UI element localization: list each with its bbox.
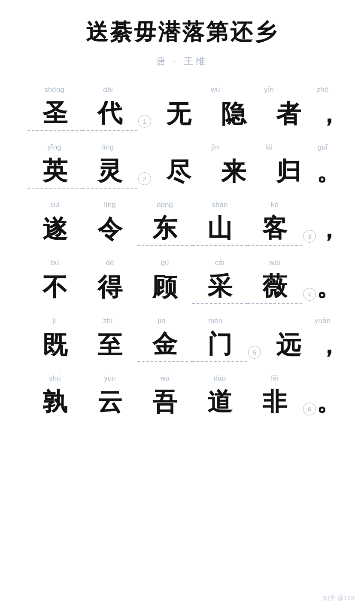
pinyin-cell: yún: [82, 374, 137, 383]
pinyin-cell: lìng: [82, 201, 137, 209]
char-cell: 来: [206, 155, 261, 189]
char-cell: 非: [247, 385, 302, 419]
pinyin-cell: mén: [188, 317, 242, 325]
pinyin-cell: yīng: [27, 143, 81, 152]
punct: ，: [316, 329, 342, 362]
pinyin-cell: jì: [27, 317, 81, 325]
subtitle: 唐 · 王维: [156, 55, 208, 68]
punct: ，: [316, 98, 342, 131]
char-cell: 遂: [27, 213, 82, 246]
pinyin-cell: dé: [82, 259, 137, 267]
pinyin-cell: guī: [296, 143, 349, 152]
char-cell: 隐: [206, 98, 261, 131]
punct: ，: [316, 213, 342, 246]
pinyin-cell: zhě: [296, 85, 349, 94]
pinyin-cell: fēi: [247, 374, 302, 383]
pinyin-cell: gù: [137, 259, 192, 267]
char-cell: 云: [82, 385, 137, 419]
pinyin-cell: shèng: [27, 85, 81, 94]
main-title: 送綦毋潜落第还乡: [86, 17, 278, 47]
pinyin-cell: zhì: [81, 317, 135, 325]
pinyin-cell: bù: [27, 259, 82, 267]
pinyin-row-2: yīnglíngjìnláiguī: [15, 143, 349, 152]
punct: 。: [316, 385, 342, 419]
char-cell: 圣: [27, 97, 82, 131]
char-cell: 者: [261, 98, 316, 131]
pinyin-cell: shú: [27, 374, 82, 383]
watermark: 知乎 @123: [323, 594, 355, 602]
char-cell: 灵: [82, 154, 137, 189]
char-row-2: 英灵2尽来归。: [15, 154, 342, 189]
char-cell: 英: [27, 154, 82, 189]
char-cell: 得: [82, 271, 137, 304]
char-cell: 至: [82, 329, 137, 362]
char-cell: 吾: [137, 385, 192, 419]
pinyin-cell: yǐn: [242, 85, 296, 94]
char-row-1: 圣代1无隐者，: [15, 97, 342, 131]
char-cell: 道: [192, 385, 247, 419]
line-group-2: yīnglíngjìnláiguī英灵2尽来归。: [15, 143, 349, 189]
poem-body: shèngdàiwúyǐnzhě圣代1无隐者，yīnglíngjìnláiguī…: [15, 85, 349, 431]
pinyin-cell: dài: [81, 85, 135, 94]
char-cell: 山: [192, 212, 247, 246]
pinyin-cell: jīn: [135, 317, 188, 325]
pinyin-cell: shān: [192, 201, 247, 209]
char-row-3: 遂令东山客3，: [15, 212, 342, 246]
char-cell: 归: [261, 155, 316, 189]
char-cell: 采: [192, 270, 247, 304]
pinyin-row-6: shúyúnwúdàofēi: [15, 374, 349, 383]
pinyin-cell: cǎi: [192, 258, 247, 267]
note-circle-6: 6: [303, 403, 316, 415]
pinyin-cell: yuǎn: [296, 316, 349, 325]
char-cell: 金: [137, 328, 192, 362]
punct: 。: [316, 271, 342, 304]
pinyin-cell: wēi: [247, 259, 302, 267]
line-group-3: suìlìngdōngshānkè遂令东山客3，: [15, 201, 349, 246]
line-group-6: shúyúnwúdàofēi孰云吾道非6。: [15, 374, 349, 419]
char-cell: 门: [192, 328, 247, 362]
pinyin-row-5: jìzhìjīnményuǎn: [15, 316, 349, 325]
char-cell: 顾: [137, 271, 192, 304]
line-group-5: jìzhìjīnményuǎn既至金门5远，: [15, 316, 349, 362]
pinyin-cell: wú: [137, 374, 192, 383]
char-cell: 无: [151, 98, 206, 131]
char-cell: 远: [261, 329, 316, 362]
pinyin-cell: wú: [188, 85, 242, 94]
char-row-4: 不得顾采薇4。: [15, 270, 342, 304]
note-circle-4: 4: [303, 288, 316, 301]
note-circle-5: 5: [248, 346, 261, 359]
note-circle-3: 3: [303, 230, 316, 243]
pinyin-cell: suì: [27, 201, 82, 209]
pinyin-cell: kè: [247, 201, 302, 209]
char-cell: 不: [27, 271, 82, 304]
char-cell: 尽: [151, 155, 206, 189]
char-cell: 薇: [247, 270, 302, 304]
pinyin-cell: líng: [81, 143, 135, 152]
line-group-4: bùdégùcǎiwēi不得顾采薇4。: [15, 258, 349, 304]
punct: 。: [316, 155, 342, 189]
pinyin-cell: dōng: [137, 201, 192, 209]
pinyin-row-1: shèngdàiwúyǐnzhě: [15, 85, 349, 94]
char-row-5: 既至金门5远，: [15, 328, 342, 362]
char-cell: 客: [247, 212, 302, 246]
pinyin-row-3: suìlìngdōngshānkè: [15, 201, 349, 209]
char-cell: 代: [82, 97, 137, 131]
pinyin-cell: lái: [242, 143, 296, 152]
note-circle-1: 1: [138, 115, 151, 128]
line-group-1: shèngdàiwúyǐnzhě圣代1无隐者，: [15, 85, 349, 131]
char-cell: 东: [137, 212, 192, 246]
pinyin-cell: dào: [192, 374, 247, 383]
char-row-6: 孰云吾道非6。: [15, 385, 342, 419]
note-circle-2: 2: [138, 172, 151, 185]
char-cell: 孰: [27, 385, 82, 419]
char-cell: 既: [27, 329, 82, 362]
char-cell: 令: [82, 213, 137, 246]
pinyin-cell: jìn: [188, 143, 242, 152]
pinyin-row-4: bùdégùcǎiwēi: [15, 258, 349, 267]
